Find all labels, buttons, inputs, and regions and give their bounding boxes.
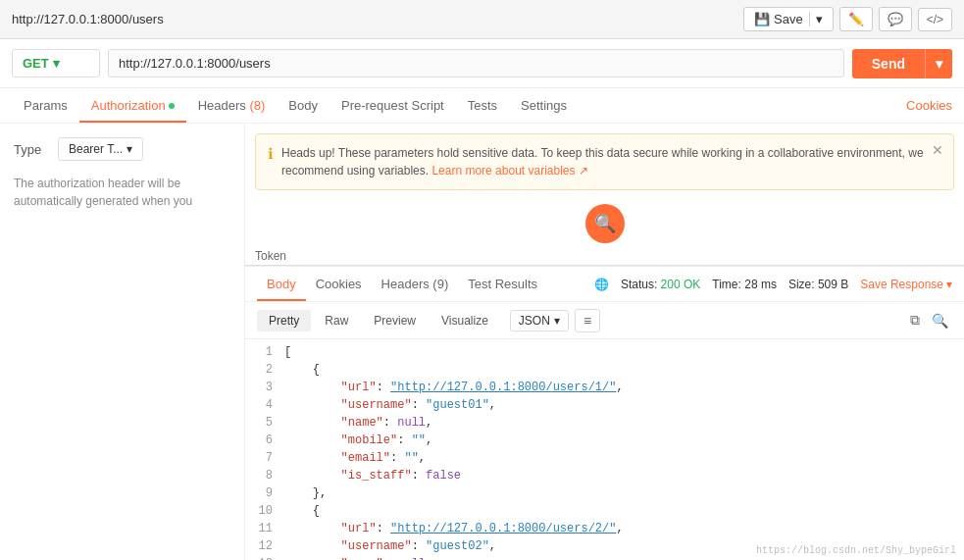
response-tab-headers[interactable]: Headers (9) [372, 269, 459, 301]
top-bar-url: http://127.0.0.1:8000/users [12, 12, 164, 26]
top-bar: http://127.0.0.1:8000/users 💾 Save ▾ ✏️ … [0, 0, 964, 39]
wrap-button[interactable]: ≡ [575, 309, 600, 332]
time-label: Time: 28 ms [712, 278, 777, 291]
response-tab-test-results[interactable]: Test Results [458, 269, 547, 301]
save-response-arrow: ▾ [946, 278, 952, 291]
tab-body[interactable]: Body [277, 90, 330, 123]
view-tab-visualize[interactable]: Visualize [430, 310, 500, 331]
alert-icon: ℹ [268, 145, 274, 163]
view-tab-pretty[interactable]: Pretty [257, 310, 311, 331]
code-line-3: 3 "url": "http://127.0.0.1:8000/users/1/… [245, 381, 964, 398]
code-line-1: 1 [ [245, 345, 964, 363]
send-dropdown-arrow[interactable]: ▾ [925, 49, 952, 78]
comment-button[interactable]: 💬 [879, 7, 912, 31]
code-line-7: 7 "email": "", [245, 451, 964, 469]
time-value: 28 ms [744, 278, 777, 291]
response-tabs-row: Body Cookies Headers (9) Test Results 🌐 … [245, 267, 964, 302]
code-area[interactable]: 1 [ 2 { 3 "url": "http://127.0.0.1:8000/… [245, 339, 964, 560]
code-line-10: 10 { [245, 504, 964, 522]
status-label: Status: 200 OK [621, 278, 700, 291]
code-line-8: 8 "is_staff": false [245, 469, 964, 486]
response-section: Body Cookies Headers (9) Test Results 🌐 … [245, 266, 964, 560]
token-label: Token [245, 247, 964, 265]
tab-authorization[interactable]: Authorization [79, 90, 186, 123]
auth-dot [169, 103, 175, 109]
view-tab-preview[interactable]: Preview [362, 310, 428, 331]
code-line-11: 11 "url": "http://127.0.0.1:8000/users/2… [245, 522, 964, 539]
auth-type-arrow: ▾ [127, 142, 132, 156]
tab-headers[interactable]: Headers (8) [186, 90, 278, 123]
auth-description: The authorization header will be automat… [14, 175, 230, 210]
save-icon: 💾 [754, 12, 770, 26]
save-response-button[interactable]: Save Response ▾ [860, 278, 952, 291]
status-value: 200 OK [661, 278, 701, 291]
code-button[interactable]: </> [918, 8, 952, 31]
tab-settings[interactable]: Settings [509, 90, 579, 123]
alert-banner: ℹ Heads up! These parameters hold sensit… [255, 133, 954, 190]
format-arrow: ▾ [554, 314, 560, 328]
alert-learn-more-link[interactable]: Learn more about variables ↗ [431, 164, 587, 178]
top-bar-actions: 💾 Save ▾ ✏️ 💬 </> [743, 7, 952, 31]
cookies-link[interactable]: Cookies [906, 98, 952, 113]
method-dropdown-arrow: ▾ [53, 56, 60, 71]
response-tab-body[interactable]: Body [257, 269, 306, 301]
view-tabs-row: Pretty Raw Preview Visualize JSON ▾ ≡ ⧉ … [245, 302, 964, 339]
globe-icon: 🌐 [594, 278, 609, 291]
save-response-label: Save Response [860, 278, 943, 291]
format-label: JSON [519, 314, 550, 328]
view-tab-raw[interactable]: Raw [313, 310, 360, 331]
alert-text: Heads up! These parameters hold sensitiv… [281, 144, 941, 179]
alert-close-button[interactable]: ✕ [932, 142, 943, 158]
copy-button[interactable]: ⧉ [906, 310, 924, 331]
auth-panel: Type Bearer T... ▾ The authorization hea… [0, 124, 245, 560]
response-tab-cookies[interactable]: Cookies [306, 269, 372, 301]
size-label: Size: 509 B [788, 278, 848, 291]
save-label: Save [774, 12, 803, 26]
tab-tests[interactable]: Tests [456, 90, 509, 123]
search-code-button[interactable]: 🔍 [928, 310, 952, 331]
method-label: GET [23, 56, 49, 71]
save-dropdown-arrow[interactable]: ▾ [809, 12, 823, 26]
auth-type-row: Type Bearer T... ▾ [14, 137, 230, 161]
send-button[interactable]: Send ▾ [852, 49, 952, 78]
url-input[interactable] [108, 49, 844, 77]
auth-type-value: Bearer T... [69, 142, 123, 156]
code-line-2: 2 { [245, 363, 964, 381]
code-line-12: 12 "username": "guest02", [245, 539, 964, 557]
tab-params[interactable]: Params [12, 90, 79, 123]
code-line-9: 9 }, [245, 486, 964, 504]
code-line-5: 5 "name": null, [245, 416, 964, 433]
request-tabs-row: Params Authorization Headers (8) Body Pr… [0, 88, 964, 124]
auth-type-select[interactable]: Bearer T... ▾ [58, 137, 143, 161]
save-button[interactable]: 💾 Save ▾ [743, 7, 834, 31]
tab-pre-request[interactable]: Pre-request Script [330, 90, 456, 123]
size-value: 509 B [818, 278, 848, 291]
auth-type-label: Type [14, 142, 48, 157]
edit-button[interactable]: ✏️ [839, 7, 873, 31]
method-select[interactable]: GET ▾ [12, 49, 100, 77]
request-bar: GET ▾ Send ▾ [0, 39, 964, 88]
status-info: 🌐 Status: 200 OK Time: 28 ms Size: 509 B… [594, 278, 952, 291]
send-label: Send [852, 49, 925, 78]
main-content: Type Bearer T... ▾ The authorization hea… [0, 124, 964, 560]
code-line-4: 4 "username": "guest01", [245, 398, 964, 416]
format-select[interactable]: JSON ▾ [510, 310, 569, 331]
headers-badge: (8) [249, 98, 265, 113]
code-line-6: 6 "mobile": "", [245, 433, 964, 451]
right-panel: ℹ Heads up! These parameters hold sensit… [245, 124, 964, 560]
search-button[interactable]: 🔍 [585, 204, 625, 243]
view-actions: ⧉ 🔍 [906, 310, 952, 331]
